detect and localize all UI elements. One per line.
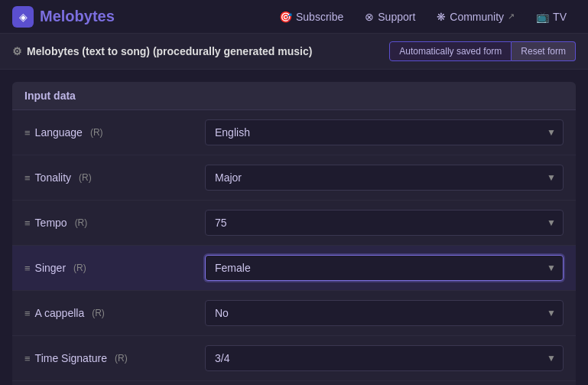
logo-icon: ◈ [12,6,34,28]
tv-label: TV [553,11,567,23]
form-row-time_signature: ≡ Time Signature (R) 3/44/46/8▼ [12,336,576,381]
select-language[interactable]: EnglishSpanishFrenchGermanItalian [205,119,564,145]
form-row-tonality: ≡ Tonality (R) MajorMinor▼ [12,155,576,201]
field-icon-language: ≡ [24,127,31,139]
field-required-tonality: (R) [79,172,92,183]
field-required-acappella: (R) [92,308,105,318]
field-icon-tonality: ≡ [24,172,31,184]
control-time_signature: 3/44/46/8▼ [205,345,564,371]
label-language: ≡ Language (R) [24,126,193,139]
field-required-singer: (R) [73,263,86,273]
field-name-time_signature: Time Signature [35,352,107,364]
support-label: Support [378,11,415,23]
form-row-acappella: ≡ A cappella (R) NoYes▼ [12,291,576,336]
control-tempo: 607590120140▼ [205,210,564,236]
subscribe-label: Subscribe [296,11,343,23]
select-wrapper-singer: FemaleMale▼ [205,255,564,281]
form-row-tempo: ≡ Tempo (R) 607590120140▼ [12,201,576,246]
subscribe-link[interactable]: 🎯 Subscribe [270,6,352,28]
field-icon-singer: ≡ [24,263,31,274]
support-icon: ⊗ [365,11,374,23]
select-wrapper-acappella: NoYes▼ [205,300,564,326]
form-row-language: ≡ Language (R) EnglishSpanishFrenchGerma… [12,110,576,155]
select-tonality[interactable]: MajorMinor [205,165,564,191]
field-name-language: Language [35,126,83,139]
title-bar: ⚙ Melobytes (text to song) (procedurally… [0,34,588,70]
header: ◈ Melobytes 🎯 Subscribe ⊗ Support ❋ Comm… [0,0,588,34]
title-actions: Automatically saved form Reset form [389,41,576,61]
select-wrapper-tonality: MajorMinor▼ [205,165,564,191]
page-title: Melobytes (text to song) (procedurally g… [27,45,312,57]
community-icon: ❋ [437,11,446,23]
select-time_signature[interactable]: 3/44/46/8 [205,345,564,371]
control-acappella: NoYes▼ [205,300,564,326]
select-wrapper-language: EnglishSpanishFrenchGermanItalian▼ [205,119,564,145]
form-rows: ≡ Language (R) EnglishSpanishFrenchGerma… [12,110,576,385]
tv-icon: 📺 [536,11,549,23]
reset-form-button[interactable]: Reset form [512,41,576,61]
app-name: Melobytes [40,8,115,25]
label-tempo: ≡ Tempo (R) [24,217,193,229]
support-link[interactable]: ⊗ Support [356,6,424,28]
field-required-time_signature: (R) [115,353,128,364]
label-acappella: ≡ A cappella (R) [24,307,193,319]
main-content: Input data ≡ Language (R) EnglishSpanish… [0,70,588,385]
field-name-tempo: Tempo [35,217,67,229]
subscribe-icon: 🎯 [279,11,292,23]
nav-links: 🎯 Subscribe ⊗ Support ❋ Community ↗ 📺 TV [270,6,576,28]
input-data-section: Input data ≡ Language (R) EnglishSpanish… [12,82,576,385]
field-required-language: (R) [90,127,103,138]
select-tempo[interactable]: 607590120140 [205,210,564,236]
logo-symbol: ◈ [19,11,28,23]
field-name-singer: Singer [35,262,66,274]
select-wrapper-tempo: 607590120140▼ [205,210,564,236]
label-tonality: ≡ Tonality (R) [24,171,193,184]
settings-icon: ⚙ [12,45,22,57]
select-acappella[interactable]: NoYes [205,300,564,326]
logo-area: ◈ Melobytes [12,6,115,28]
field-icon-tempo: ≡ [24,217,31,229]
control-singer: FemaleMale▼ [205,255,564,281]
select-singer[interactable]: FemaleMale [205,255,564,281]
autosave-badge: Automatically saved form [389,41,512,61]
field-required-tempo: (R) [75,217,88,228]
external-link-icon: ↗ [508,11,515,21]
tv-link[interactable]: 📺 TV [527,6,576,28]
community-label: Community [450,11,504,23]
form-row-singer: ≡ Singer (R) FemaleMale▼ [12,246,576,291]
field-name-acappella: A cappella [35,307,85,319]
select-wrapper-time_signature: 3/44/46/8▼ [205,345,564,371]
community-link[interactable]: ❋ Community ↗ [427,6,524,28]
page-title-area: ⚙ Melobytes (text to song) (procedurally… [12,45,312,57]
section-header: Input data [12,82,576,110]
control-language: EnglishSpanishFrenchGermanItalian▼ [205,119,564,145]
field-icon-time_signature: ≡ [24,353,31,364]
label-time_signature: ≡ Time Signature (R) [24,352,193,364]
field-icon-acappella: ≡ [24,308,31,319]
field-name-tonality: Tonality [35,171,71,184]
control-tonality: MajorMinor▼ [205,165,564,191]
label-singer: ≡ Singer (R) [24,262,193,274]
form-row-generate_video: ≡ Generate video clip (R) NoYes▼ [12,381,576,385]
